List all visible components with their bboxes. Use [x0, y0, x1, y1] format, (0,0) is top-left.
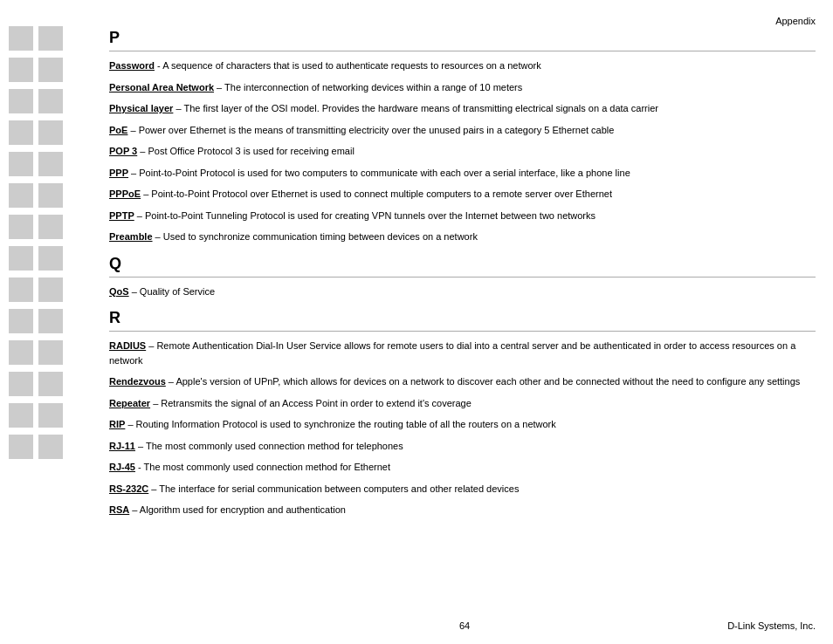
sidebar [0, 0, 96, 644]
sidebar-row [9, 372, 87, 396]
sidebar-square [38, 246, 63, 271]
def-pan-text: – The interconnection of networking devi… [214, 82, 522, 92]
definition-poe: PoE – Power over Ethernet is the means o… [109, 123, 816, 138]
sidebar-square [9, 120, 33, 145]
definition-physical-layer: Physical layer – The first layer of the … [109, 101, 816, 116]
def-password-text: - A sequence of characters that is used … [155, 60, 541, 71]
sidebar-square [38, 89, 63, 113]
section-p: P Password - A sequence of characters th… [109, 29, 816, 244]
def-radius-text: – Remote Authentication Dial-In User Ser… [109, 340, 795, 366]
def-pop3-text: – Post Office Protocol 3 is used for rec… [137, 146, 355, 156]
definition-rj11: RJ-11 – The most commonly used connectio… [109, 439, 816, 454]
definition-repeater: Repeater – Retransmits the signal of an … [109, 396, 816, 411]
section-r-divider [109, 331, 816, 332]
def-repeater-text: – Retransmits the signal of an Access Po… [150, 398, 472, 408]
main-content: Appendix P Password - A sequence of char… [96, 0, 833, 644]
section-q-header: Q [109, 255, 816, 273]
definition-qos: QoS – Quality of Service [109, 284, 816, 299]
section-q: Q QoS – Quality of Service [109, 255, 816, 299]
sidebar-square [38, 372, 63, 396]
sidebar-square [38, 26, 63, 51]
sidebar-row [9, 152, 87, 176]
term-poe: PoE [109, 125, 127, 135]
sidebar-square [38, 277, 63, 302]
company-name: D-Link Systems, Inc. [727, 620, 816, 631]
definition-rip: RIP – Routing Information Protocol is us… [109, 417, 816, 432]
def-rsa-text: – Algorithm used for encryption and auth… [129, 504, 346, 515]
sidebar-row [9, 309, 87, 333]
sidebar-row [9, 277, 87, 302]
def-rip-text: – Routing Information Protocol is used t… [125, 419, 555, 429]
term-pppoe: PPPoE [109, 188, 141, 199]
def-physical-layer-text: – The first layer of the OSI model. Prov… [173, 103, 658, 113]
sidebar-row [9, 215, 87, 239]
term-pan: Personal Area Network [109, 82, 214, 92]
sidebar-square [9, 372, 33, 396]
sidebar-square [38, 58, 63, 82]
sidebar-square [9, 215, 33, 239]
def-rj11-text: – The most commonly used connection meth… [135, 441, 403, 451]
sidebar-row [9, 89, 87, 113]
sidebar-row [9, 183, 87, 208]
page-number: 64 [459, 620, 470, 631]
term-pptp: PPTP [109, 210, 134, 221]
term-rs232c: RS-232C [109, 483, 148, 494]
page-footer: 64 D-Link Systems, Inc. [96, 620, 833, 631]
term-rip: RIP [109, 419, 125, 429]
def-pppoe-text: – Point-to-Point Protocol over Ethernet … [141, 188, 612, 199]
definition-ppp: PPP – Point-to-Point Protocol is used fo… [109, 166, 816, 181]
sidebar-square [9, 26, 33, 51]
sidebar-square [9, 246, 33, 271]
sidebar-square [38, 120, 63, 145]
sidebar-square [38, 435, 63, 459]
definition-rendezvous: Rendezvous – Apple's version of UPnP, wh… [109, 374, 816, 389]
sidebar-square [9, 435, 33, 459]
section-r: R RADIUS – Remote Authentication Dial-In… [109, 309, 816, 517]
term-rendezvous: Rendezvous [109, 376, 166, 387]
definition-pppoe: PPPoE – Point-to-Point Protocol over Eth… [109, 187, 816, 202]
section-p-divider [109, 51, 816, 51]
definition-pan: Personal Area Network – The interconnect… [109, 80, 816, 95]
sidebar-square [9, 58, 33, 82]
sidebar-row [9, 246, 87, 271]
appendix-label: Appendix [775, 16, 816, 26]
def-preamble-text: – Used to synchronize communication timi… [153, 231, 478, 242]
def-poe-text: – Power over Ethernet is the means of tr… [127, 125, 614, 135]
sidebar-row [9, 26, 87, 51]
def-pptp-text: – Point-to-Point Tunneling Protocol is u… [134, 210, 595, 221]
term-repeater: Repeater [109, 398, 150, 408]
sidebar-square [9, 89, 33, 113]
page-header: Appendix [775, 16, 816, 26]
sidebar-square [9, 277, 33, 302]
definition-rj45: RJ-45 - The most commonly used connectio… [109, 460, 816, 475]
sidebar-square [38, 183, 63, 208]
sidebar-square [38, 152, 63, 176]
page-container: Appendix P Password - A sequence of char… [0, 0, 833, 644]
definition-radius: RADIUS – Remote Authentication Dial-In U… [109, 339, 816, 367]
section-q-divider [109, 277, 816, 277]
sidebar-square [38, 309, 63, 333]
definition-rsa: RSA – Algorithm used for encryption and … [109, 503, 816, 517]
def-ppp-text: – Point-to-Point Protocol is used for tw… [128, 168, 630, 178]
term-rsa: RSA [109, 504, 129, 515]
term-rj45: RJ-45 [109, 462, 135, 472]
section-p-header: P [109, 29, 816, 47]
sidebar-square [9, 152, 33, 176]
definition-password: Password - A sequence of characters that… [109, 58, 816, 73]
term-preamble: Preamble [109, 231, 153, 242]
sidebar-row [9, 120, 87, 145]
term-ppp: PPP [109, 168, 128, 178]
definition-rs232c: RS-232C – The interface for serial commu… [109, 482, 816, 497]
sidebar-row [9, 58, 87, 82]
term-password: Password [109, 60, 155, 71]
def-rs232c-text: – The interface for serial communication… [148, 483, 519, 494]
term-radius: RADIUS [109, 340, 146, 351]
def-qos-text: – Quality of Service [129, 286, 215, 297]
sidebar-row [9, 403, 87, 428]
def-rj45-text: - The most commonly used connection meth… [135, 462, 390, 472]
term-pop3: POP 3 [109, 146, 137, 156]
definition-pptp: PPTP – Point-to-Point Tunneling Protocol… [109, 209, 816, 223]
sidebar-square [38, 403, 63, 428]
sidebar-square [9, 403, 33, 428]
definition-preamble: Preamble – Used to synchronize communica… [109, 230, 816, 244]
